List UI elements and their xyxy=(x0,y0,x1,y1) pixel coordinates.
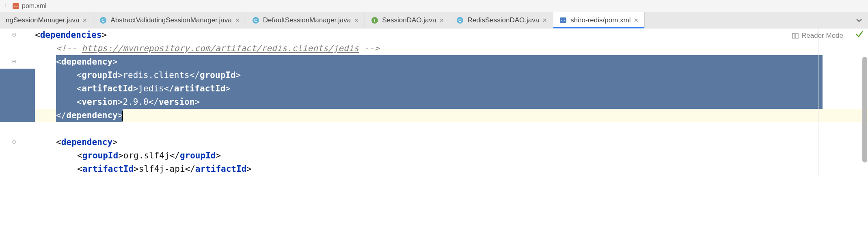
right-margin-guide xyxy=(818,28,818,176)
close-icon[interactable]: ✕ xyxy=(82,17,87,24)
tab-defaultsessionmanager[interactable]: C DefaultSessionManager.java ✕ xyxy=(246,12,365,28)
close-icon[interactable]: ✕ xyxy=(542,17,547,24)
code-text[interactable]: <dependencies> <!-- https://mvnrepositor… xyxy=(23,28,868,176)
book-icon xyxy=(792,32,799,39)
fold-toggle-icon[interactable]: ⊖ xyxy=(11,138,18,145)
breadcrumb: 〉 <> pom.xml xyxy=(0,0,868,12)
fold-toggle-icon[interactable]: ⊖ xyxy=(11,31,18,38)
breadcrumb-sep-icon: 〉 xyxy=(4,2,10,10)
xml-file-icon: <> xyxy=(559,16,567,24)
code-line: </dependency> xyxy=(23,109,868,122)
tab-ngsessionmanager[interactable]: ngSessionManager.java ✕ xyxy=(0,12,93,28)
code-line: <dependency> xyxy=(23,136,868,149)
class-icon: C xyxy=(252,16,260,24)
svg-text:C: C xyxy=(254,18,257,23)
tab-label: AbstractValidatingSessionManager.java xyxy=(110,16,231,24)
tabs-overflow-button[interactable] xyxy=(850,12,868,28)
tab-redissessiondao[interactable]: C RedisSessionDAO.java ✕ xyxy=(450,12,553,28)
reader-mode-toggle[interactable]: Reader Mode xyxy=(792,32,843,40)
tab-label: shiro-redis/pom.xml xyxy=(570,16,630,24)
tab-label: ngSessionManager.java xyxy=(6,16,79,24)
code-line xyxy=(23,122,868,136)
close-icon[interactable]: ✕ xyxy=(354,17,359,24)
class-icon: C xyxy=(99,16,107,24)
tab-label: DefaultSessionManager.java xyxy=(263,16,351,24)
code-line: <artifactId>slf4j-api</artifactId> xyxy=(23,162,868,176)
editor-tabs: ngSessionManager.java ✕ C AbstractValida… xyxy=(0,12,868,28)
interface-icon: I xyxy=(371,16,379,24)
editor-top-tools: Reader Mode xyxy=(792,30,864,41)
code-line: <dependency> xyxy=(23,55,868,69)
fold-toggle-icon[interactable]: ⊖ xyxy=(11,58,18,65)
svg-text:I: I xyxy=(374,18,376,23)
code-line: <groupId>redis.clients</groupId> xyxy=(23,69,868,82)
code-line: <!-- https://mvnrepository.com/artifact/… xyxy=(23,42,868,55)
close-icon[interactable]: ✕ xyxy=(439,17,444,24)
svg-text:<>: <> xyxy=(14,4,18,8)
close-icon[interactable]: ✕ xyxy=(235,17,240,24)
inspection-status-icon[interactable] xyxy=(855,30,864,41)
svg-text:<>: <> xyxy=(561,19,565,22)
tab-pomxml[interactable]: <> shiro-redis/pom.xml ✕ xyxy=(553,12,645,28)
class-icon: C xyxy=(456,16,464,24)
reader-mode-label: Reader Mode xyxy=(801,32,843,40)
tab-label: SessionDAO.java xyxy=(382,16,436,24)
code-line: <dependencies> xyxy=(23,28,868,42)
scrollbar-thumb[interactable] xyxy=(862,57,867,162)
editor-area[interactable]: Reader Mode ⊖ ⊖ ⊖ ⊖ <dependencies> <!-- … xyxy=(0,28,868,176)
divider xyxy=(849,31,849,41)
caret xyxy=(122,111,123,121)
tab-label: RedisSessionDAO.java xyxy=(467,16,539,24)
tab-sessiondao[interactable]: I SessionDAO.java ✕ xyxy=(365,12,450,28)
close-icon[interactable]: ✕ xyxy=(634,17,639,24)
svg-text:C: C xyxy=(458,18,462,23)
code-line: <groupId>org.slf4j</groupId> xyxy=(23,149,868,162)
tab-abstractvalidating[interactable]: C AbstractValidatingSessionManager.java … xyxy=(93,12,246,28)
scrollbar[interactable] xyxy=(862,28,868,176)
code-line: <artifactId>jedis</artifactId> xyxy=(23,82,868,95)
code-line: <version>2.9.0</version> xyxy=(23,95,868,109)
svg-text:C: C xyxy=(101,18,105,23)
breadcrumb-file[interactable]: pom.xml xyxy=(22,2,46,10)
xml-file-icon: <> xyxy=(12,2,19,10)
